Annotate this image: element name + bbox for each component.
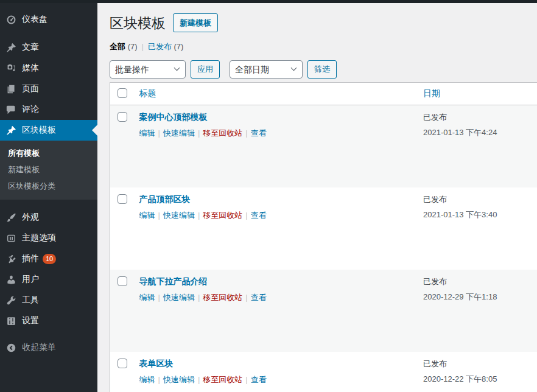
dashboard-icon [5, 13, 17, 26]
view-filter-已发布[interactable]: 已发布 [148, 42, 172, 51]
appearance-icon [5, 211, 17, 223]
date-filter-select-wrap: 全部日期 [230, 60, 303, 79]
view-count: (7) [174, 42, 184, 51]
tools-icon [5, 294, 17, 306]
action-separator: | [198, 128, 200, 138]
action-separator: | [198, 211, 200, 220]
view-filter-全部[interactable]: 全部 [110, 42, 125, 51]
row-checkbox[interactable] [118, 359, 127, 368]
table-toolbar: 批量操作 应用 全部日期 筛选 [110, 60, 537, 79]
sidebar-submenu-item-区块模板分类[interactable]: 区块模板分类 [0, 178, 97, 194]
sidebar-item-主题选项[interactable]: 主题选项 [0, 228, 97, 248]
date-text: 2021-01-13 下午4:24 [423, 127, 531, 138]
edit-link[interactable]: 编辑 [139, 375, 155, 384]
sidebar-item-插件[interactable]: 插件 10 [0, 248, 97, 269]
column-header-date[interactable]: 日期 [423, 83, 537, 105]
quick-edit-link[interactable]: 快速编辑 [163, 375, 195, 384]
row-actions: 编辑|快速编辑|移至回收站|查看 [139, 374, 418, 385]
wordpress-admin: 仪表盘 文章 媒体 页面 评论 区块模板 所有模板新建模板区块模板分类 外观 [0, 0, 537, 392]
status-text: 已发布 [423, 194, 531, 205]
filter-button[interactable]: 筛选 [307, 60, 337, 79]
date-filter-select[interactable]: 全部日期 [230, 60, 303, 79]
admin-top-bar [0, 0, 537, 3]
quick-edit-link[interactable]: 快速编辑 [163, 128, 195, 138]
status-text: 已发布 [423, 112, 531, 123]
sidebar-item-用户[interactable]: 用户 [0, 269, 97, 290]
table-header-row: 标题 日期 [110, 83, 537, 105]
sidebar-item-外观[interactable]: 外观 [0, 207, 97, 228]
view-link[interactable]: 查看 [251, 375, 267, 384]
sidebar-item-媒体[interactable]: 媒体 [0, 58, 97, 79]
action-separator: | [245, 211, 247, 220]
comments-icon [5, 103, 17, 116]
view-filter-links: 全部 (7)|已发布 (7) [110, 41, 537, 52]
status-text: 已发布 [423, 359, 531, 369]
quick-edit-link[interactable]: 快速编辑 [163, 211, 195, 220]
view-link[interactable]: 查看 [251, 211, 267, 220]
trash-link[interactable]: 移至回收站 [203, 375, 242, 384]
trash-link[interactable]: 移至回收站 [203, 128, 242, 138]
pin-icon [5, 41, 17, 54]
table-row: 产品顶部区块 编辑|快速编辑|移至回收站|查看 已发布 2021-01-13 下… [110, 187, 537, 270]
pages-icon [5, 83, 17, 95]
sidebar-item-工具[interactable]: 工具 [0, 290, 97, 310]
sidebar-item-设置[interactable]: 设置 [0, 310, 97, 331]
trash-link[interactable]: 移至回收站 [203, 211, 242, 220]
edit-link[interactable]: 编辑 [139, 128, 155, 138]
trash-link[interactable]: 移至回收站 [203, 293, 242, 302]
sidebar-item-评论[interactable]: 评论 [0, 99, 97, 120]
theme-options-icon [5, 232, 17, 244]
column-header-title[interactable]: 标题 [139, 83, 424, 105]
table-row: 导航下拉产品介绍 编辑|快速编辑|移至回收站|查看 已发布 2020-12-29… [110, 270, 537, 352]
view-link[interactable]: 查看 [251, 128, 267, 138]
sidebar-item-文章[interactable]: 文章 [0, 37, 97, 58]
row-actions: 编辑|快速编辑|移至回收站|查看 [139, 292, 418, 303]
templates-table: 标题 日期 案例中心顶部模板 编辑|快速编辑|移至回收站|查看 已发布 2021… [110, 82, 537, 392]
action-separator: | [158, 211, 160, 220]
page-title: 区块模板 [110, 14, 166, 32]
collapse-icon [5, 341, 17, 354]
row-title-link[interactable]: 案例中心顶部模板 [139, 112, 208, 122]
quick-edit-link[interactable]: 快速编辑 [163, 293, 195, 302]
plugin-icon [5, 253, 17, 265]
view-count: (7) [128, 42, 138, 51]
row-checkbox[interactable] [118, 112, 127, 122]
bulk-action-select[interactable]: 批量操作 [110, 60, 186, 79]
table-row: 表单区块 编辑|快速编辑|移至回收站|查看 已发布 2020-12-22 下午8… [110, 352, 537, 392]
date-text: 2020-12-22 下午8:05 [423, 374, 531, 385]
users-icon [5, 273, 17, 285]
edit-link[interactable]: 编辑 [139, 293, 155, 302]
media-icon [5, 62, 17, 74]
row-title-link[interactable]: 表单区块 [139, 359, 174, 368]
action-separator: | [158, 128, 160, 138]
view-link[interactable]: 查看 [251, 293, 267, 302]
action-separator: | [245, 128, 247, 138]
row-actions: 编辑|快速编辑|移至回收站|查看 [139, 128, 418, 139]
row-checkbox[interactable] [118, 276, 127, 286]
row-title-link[interactable]: 导航下拉产品介绍 [139, 276, 208, 286]
heading-row: 区块模板 新建模板 [110, 13, 537, 32]
admin-sidebar: 仪表盘 文章 媒体 页面 评论 区块模板 所有模板新建模板区块模板分类 外观 [0, 0, 97, 392]
date-text: 2021-01-13 下午3:40 [423, 209, 531, 220]
sidebar-item-页面[interactable]: 页面 [0, 79, 97, 99]
select-all-checkbox[interactable] [118, 88, 127, 98]
sidebar-submenu-item-所有模板[interactable]: 所有模板 [0, 145, 97, 161]
sidebar-submenu-item-新建模板[interactable]: 新建模板 [0, 161, 97, 178]
sidebar-menu: 仪表盘 文章 媒体 页面 评论 区块模板 所有模板新建模板区块模板分类 外观 [0, 9, 97, 358]
bulk-action-select-wrap: 批量操作 [110, 60, 186, 79]
row-checkbox[interactable] [118, 194, 127, 204]
view-separator: | [142, 42, 144, 51]
action-separator: | [245, 293, 247, 302]
add-new-template-button[interactable]: 新建模板 [173, 13, 218, 32]
status-text: 已发布 [423, 276, 531, 287]
sidebar-item-仪表盘[interactable]: 仪表盘 [0, 9, 97, 30]
sidebar-submenu: 所有模板新建模板区块模板分类 [0, 141, 97, 200]
sidebar-item-收起菜单[interactable]: 收起菜单 [0, 337, 97, 358]
apply-button[interactable]: 应用 [191, 60, 220, 79]
sidebar-item-区块模板[interactable]: 区块模板 [0, 120, 97, 141]
pin-icon [5, 124, 17, 136]
table-row: 案例中心顶部模板 编辑|快速编辑|移至回收站|查看 已发布 2021-01-13… [110, 105, 537, 187]
row-title-link[interactable]: 产品顶部区块 [139, 194, 191, 204]
action-separator: | [158, 375, 160, 384]
edit-link[interactable]: 编辑 [139, 211, 155, 220]
